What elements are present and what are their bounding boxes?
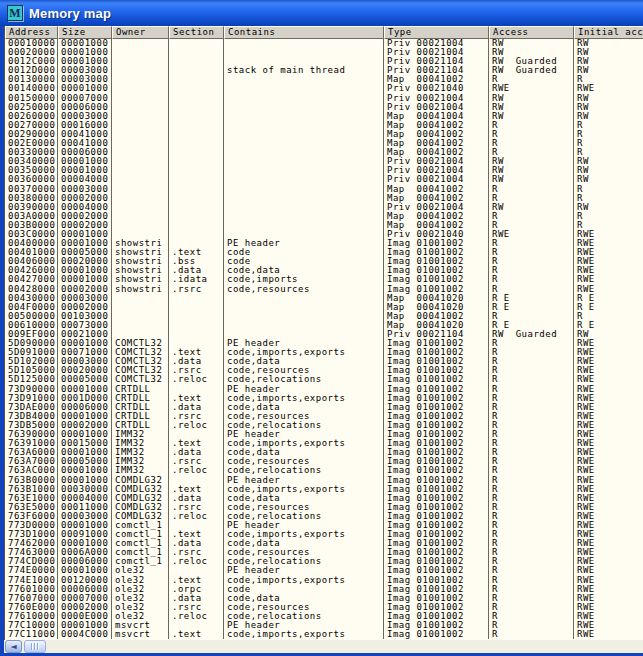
table-row[interactable]: 73DB400000001000CRTDLL.rsrccode,resource… xyxy=(5,412,643,421)
table-row[interactable]: 0029000000041000Map 00041002RR xyxy=(5,130,643,139)
table-row[interactable]: 0042600000001000showstri.datacode,dataIm… xyxy=(5,266,643,275)
table-row[interactable]: 5D10200000003000COMCTL32.datacode,dataIm… xyxy=(5,357,643,366)
table-row[interactable]: 0012D00000003000stack of main threadPriv… xyxy=(5,66,643,75)
table-row[interactable]: 7760100000006000ole32.orpccodeImag 01001… xyxy=(5,585,643,594)
table-row[interactable]: 009EF00000021000Priv 00021104RW GuardedR… xyxy=(5,330,643,339)
column-header-type[interactable]: Type xyxy=(384,26,489,39)
table-row[interactable]: 0015000000007000Priv 00021004RWRW xyxy=(5,94,643,103)
cell-section: .rsrc xyxy=(169,503,224,512)
table-row[interactable]: 0001000000001000Priv 00021004RWRW xyxy=(5,39,643,48)
column-header-owner[interactable]: Owner xyxy=(112,26,169,39)
scrollbar-track[interactable] xyxy=(46,640,643,653)
table-row[interactable]: 0027000000016000Map 00041002RR xyxy=(5,121,643,130)
cell-initial-access: RW xyxy=(574,66,643,75)
cell-access: R xyxy=(489,239,574,248)
table-row[interactable]: 763E500000011000COMDLG32.rsrccode,resour… xyxy=(5,503,643,512)
table-row[interactable]: 0012C00000001000Priv 00021104RW GuardedR… xyxy=(5,57,643,66)
scrollbar-thumb[interactable] xyxy=(24,640,46,653)
cell-type: Map 00041002 xyxy=(384,312,489,321)
scroll-left-button[interactable]: ◄ xyxy=(5,640,22,653)
table-row[interactable]: 73DAE00000006000CRTDLL.datacode,dataImag… xyxy=(5,403,643,412)
table-row[interactable]: 0035000000001000Priv 00021004RWRW xyxy=(5,166,643,175)
table-row[interactable]: 77C1000000001000msvcrtPE headerImag 0100… xyxy=(5,621,643,630)
table-row[interactable]: 774E000000001000ole32PE headerImag 01001… xyxy=(5,566,643,575)
table-row[interactable]: 0034000000001000Priv 00021004RWRW xyxy=(5,157,643,166)
table-row[interactable]: 0043000000003000Map 00041020R ER E xyxy=(5,294,643,303)
cell-size: 00001000 xyxy=(58,476,112,485)
horizontal-scrollbar[interactable]: ◄ xyxy=(4,640,643,653)
table-row[interactable]: 774E100000120000ole32.textcode,imports,e… xyxy=(5,576,643,585)
column-header-section[interactable]: Section xyxy=(169,26,224,39)
cell-address: 00330000 xyxy=(5,148,58,157)
titlebar[interactable]: M Memory map xyxy=(0,0,643,26)
table-row[interactable]: 763B000000001000COMDLG32PE headerImag 01… xyxy=(5,476,643,485)
table-row[interactable]: 003C000000001000Priv 00021040RWERWE xyxy=(5,230,643,239)
table-row[interactable]: 0026000000003000Map 00041004RWRW xyxy=(5,112,643,121)
table-row[interactable]: 0040000000001000showstriPE headerImag 01… xyxy=(5,239,643,248)
table-row[interactable]: 002E000000041000Map 00041002RR xyxy=(5,139,643,148)
table-row[interactable]: 763F600000003000COMDLG32.reloccode,reloc… xyxy=(5,512,643,521)
table-row[interactable]: 0050000000103000Map 00041002RR xyxy=(5,312,643,321)
table-row[interactable]: 0061000000073000Map 00041020R ER E xyxy=(5,321,643,330)
table-row[interactable]: 5D09100000071000COMCTL32.textcode,import… xyxy=(5,348,643,357)
cell-type: Priv 00021040 xyxy=(384,84,489,93)
table-row[interactable]: 0039000000004000Priv 00021004RWRW xyxy=(5,203,643,212)
cell-type: Imag 01001002 xyxy=(384,512,489,521)
table-row[interactable]: 776100000000E000ole32.reloccode,relocati… xyxy=(5,612,643,621)
table-row[interactable]: 73D9000000001000CRTDLLPE headerImag 0100… xyxy=(5,385,643,394)
cell-size: 00030000 xyxy=(58,485,112,494)
table-row[interactable]: 773D000000001000comctl_1PE headerImag 01… xyxy=(5,521,643,530)
cell-address: 00380000 xyxy=(5,194,58,203)
table-row[interactable]: 774630000006A000comctl_1.rsrccode,resour… xyxy=(5,548,643,557)
table-row[interactable]: 763AC00000001000IMM32.reloccode,relocati… xyxy=(5,466,643,475)
cell-size: 00001000 xyxy=(58,385,112,394)
table-row[interactable]: 7760E00000002000ole32.rsrccode,resources… xyxy=(5,603,643,612)
cell-initial-access: RW xyxy=(574,103,643,112)
cell-address: 5D091000 xyxy=(5,348,58,357)
table-row[interactable]: 0038000000002000Map 00041002RR xyxy=(5,194,643,203)
table-row[interactable]: 0036000000004000Priv 00021004RWRW xyxy=(5,175,643,184)
table-row[interactable]: 5D10500000020000COMCTL32.rsrccode,resour… xyxy=(5,366,643,375)
table-row[interactable]: 7639100000015000IMM32.textcode,imports,e… xyxy=(5,439,643,448)
cell-access: R xyxy=(489,266,574,275)
column-header-contains[interactable]: Contains xyxy=(224,26,384,39)
memory-map-window-icon[interactable]: M xyxy=(7,5,23,21)
table-row[interactable]: 7746200000001000comctl_1.datacode,dataIm… xyxy=(5,539,643,548)
table-row[interactable]: 0037000000003000Map 00041002RR xyxy=(5,185,643,194)
table-row[interactable]: 77C110000004C000msvcrt.textcode,imports,… xyxy=(5,630,643,639)
table-row[interactable]: 0014000000001000Priv 00021040RWERWE xyxy=(5,84,643,93)
table-row[interactable]: 0042800000002000showstri.rsrccode,resour… xyxy=(5,285,643,294)
column-header-access[interactable]: Access xyxy=(489,26,574,39)
table-row[interactable]: 0013000000003000Map 00041002RR xyxy=(5,75,643,84)
table-row[interactable]: 0040600000020000showstri.bsscodeImag 010… xyxy=(5,257,643,266)
table-row[interactable]: 0042700000001000showstri.idatacode,impor… xyxy=(5,275,643,284)
cell-address: 00360000 xyxy=(5,175,58,184)
table-row[interactable]: 73D910000001D000CRTDLL.textcode,imports,… xyxy=(5,394,643,403)
table-row[interactable]: 73DB500000002000CRTDLL.reloccode,relocat… xyxy=(5,421,643,430)
table-row[interactable]: 763B100000030000COMDLG32.textcode,import… xyxy=(5,485,643,494)
column-header-address[interactable]: Address xyxy=(5,26,58,39)
table-row[interactable]: 773D100000091000comctl_1.textcode,import… xyxy=(5,530,643,539)
cell-owner: comctl_1 xyxy=(112,557,169,566)
cell-initial-access: R xyxy=(574,130,643,139)
cell-owner xyxy=(112,139,169,148)
table-row[interactable]: 0040100000005000showstri.textcodeImag 01… xyxy=(5,248,643,257)
column-header-size[interactable]: Size xyxy=(58,26,112,39)
cell-contains: PE header xyxy=(224,339,384,348)
memory-table-body: 0001000000001000Priv 00021004RWRW0002000… xyxy=(5,39,643,639)
table-row[interactable]: 763E100000004000COMDLG32.datacode,dataIm… xyxy=(5,494,643,503)
table-row[interactable]: 004F000000002000Map 00041020R ER E xyxy=(5,303,643,312)
table-row[interactable]: 774CD00000006000comctl_1.reloccode,reloc… xyxy=(5,557,643,566)
column-header-initial-access[interactable]: Initial acc xyxy=(574,26,643,39)
table-row[interactable]: 5D12500000005000COMCTL32.reloccode,reloc… xyxy=(5,375,643,384)
table-row[interactable]: 0002000000001000Priv 00021004RWRW xyxy=(5,48,643,57)
table-row[interactable]: 5D09000000001000COMCTL32PE headerImag 01… xyxy=(5,339,643,348)
table-row[interactable]: 7639000000001000IMM32PE headerImag 01001… xyxy=(5,430,643,439)
table-row[interactable]: 763A600000001000IMM32.datacode,dataImag … xyxy=(5,448,643,457)
table-row[interactable]: 003A000000002000Map 00041002RR xyxy=(5,212,643,221)
table-row[interactable]: 0025000000006000Priv 00021004RWRW xyxy=(5,103,643,112)
table-row[interactable]: 0033000000006000Map 00041002RR xyxy=(5,148,643,157)
table-row[interactable]: 003B000000002000Map 00041002RR xyxy=(5,221,643,230)
table-row[interactable]: 7760700000007000ole32.datacode,dataImag … xyxy=(5,594,643,603)
table-row[interactable]: 763A700000005000IMM32.rsrccode,resources… xyxy=(5,457,643,466)
